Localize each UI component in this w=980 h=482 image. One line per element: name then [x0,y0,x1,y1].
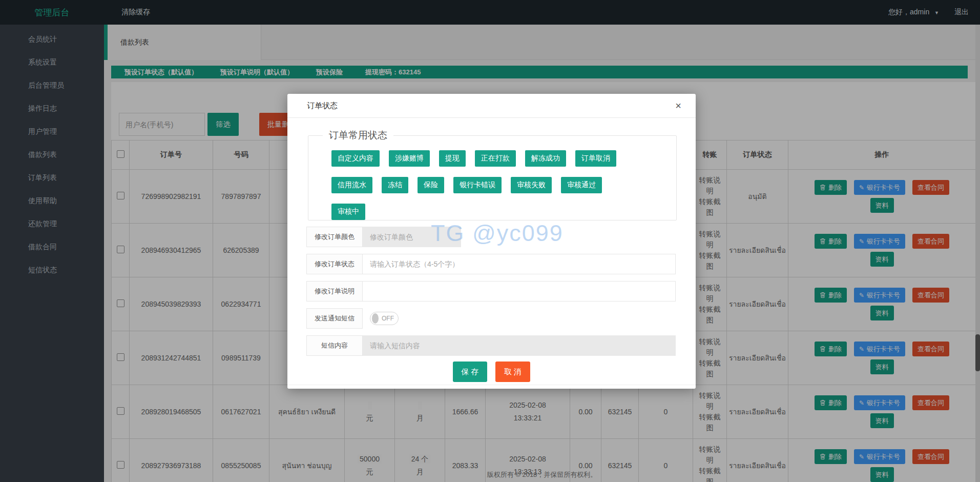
save-button[interactable]: 保 存 [453,362,487,382]
order-color-input[interactable] [363,227,461,247]
order-desc-label: 修改订单说明 [306,281,363,302]
sms-content-label: 短信内容 [306,335,363,356]
sms-content-input[interactable] [363,335,676,356]
status-preset-button[interactable]: 涉嫌赌博 [389,150,430,167]
status-fieldset: 订单常用状态 自定义内容涉嫌赌博提现正在打款解冻成功订单取消 信用流水冻结保险银… [308,135,677,220]
status-preset-button[interactable]: 银行卡错误 [453,177,502,193]
toggle-state: OFF [382,315,394,322]
toggle-knob-icon [372,313,379,324]
status-preset-button[interactable]: 审核中 [331,204,365,220]
sms-notify-row: 发送通知短信 OFF [306,308,399,329]
sms-notify-label: 发送通知短信 [306,308,363,329]
modal-title: 订单状态 [307,101,338,111]
order-color-row: 修改订单颜色 [306,227,461,247]
scrollbar-thumb[interactable] [975,334,980,371]
status-preset-button[interactable]: 订单取消 [575,150,616,167]
order-desc-row: 修改订单说明 [306,281,676,302]
fieldset-legend: 订单常用状态 [323,129,393,142]
status-preset-button[interactable]: 自定义内容 [331,150,380,167]
close-icon[interactable]: × [675,101,681,111]
cancel-button[interactable]: 取 消 [495,362,530,382]
status-preset-button[interactable]: 解冻成功 [525,150,566,167]
status-preset-button[interactable]: 提现 [439,150,466,167]
modal-header: 订单状态 × [287,94,696,118]
sms-notify-toggle[interactable]: OFF [370,312,399,325]
order-status-row: 修改订单状态 [306,254,676,274]
order-desc-input[interactable] [363,281,676,302]
status-preset-button[interactable]: 保险 [418,177,444,193]
order-status-input[interactable] [363,254,676,274]
sms-content-row: 短信内容 [306,335,676,356]
status-preset-button[interactable]: 信用流水 [331,177,372,193]
status-preset-button[interactable]: 正在打款 [475,150,516,167]
modal-actions: 保 存 取 消 [287,362,696,382]
status-preset-button[interactable]: 审核通过 [561,177,602,193]
order-color-label: 修改订单颜色 [306,227,363,247]
status-preset-button[interactable]: 冻结 [382,177,408,193]
order-status-modal: 订单状态 × TG @yc099 订单常用状态 自定义内容涉嫌赌博提现正在打款解… [287,94,696,389]
status-preset-button[interactable]: 审核失败 [511,177,552,193]
order-status-label: 修改订单状态 [306,254,363,274]
page: 管理后台 清除缓存 您好，admin ▼ 退出 会员统计系统设置后台管理员操作日… [0,0,980,482]
modal-footer-divider [287,385,696,385]
